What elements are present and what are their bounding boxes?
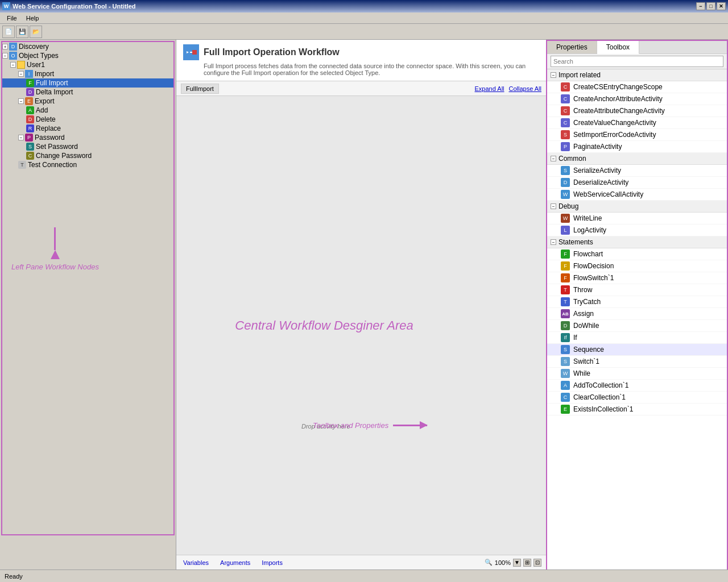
toolbox-item-createattribute[interactable]: C CreateAttributeChangeActivity: [547, 105, 727, 117]
tree-item-delta-import[interactable]: D Delta Import: [2, 88, 173, 97]
toolbox-item-createvalue[interactable]: C CreateValueChangeActivity: [547, 117, 727, 129]
change-password-label: Change Password: [36, 152, 92, 160]
toolbox-item-assign[interactable]: AB Assign: [547, 308, 727, 320]
toolbox-item-while[interactable]: W While: [547, 368, 727, 380]
tree-item-replace[interactable]: R Replace: [2, 124, 173, 133]
tree-item-import[interactable]: − I Import: [2, 69, 173, 78]
right-pane-tabs: Properties Toolbox: [547, 41, 727, 54]
app-title: Web Service Configuration Tool - Untitle…: [13, 3, 136, 10]
toolbox-item-throw[interactable]: T Throw: [547, 284, 727, 296]
minimize-button[interactable]: −: [696, 2, 705, 10]
switch-icon: S: [561, 357, 570, 366]
expand-icon-object-types[interactable]: −: [2, 53, 8, 59]
designer-canvas: Central Workflow Desginer Area Drop acti…: [176, 96, 546, 555]
group-import-related[interactable]: − Import related: [547, 69, 727, 81]
tree-item-discovery[interactable]: + D Discovery: [2, 42, 173, 51]
toolbox-item-setimporterror[interactable]: S SetImportErrorCodeActivity: [547, 129, 727, 141]
tree-item-full-import[interactable]: F Full Import: [2, 78, 173, 88]
menu-file[interactable]: File: [2, 14, 22, 23]
maximize-button[interactable]: □: [706, 2, 715, 10]
toolbox-item-writeline[interactable]: W WriteLine: [547, 213, 727, 225]
toolbox-item-trycatch[interactable]: T TryCatch: [547, 296, 727, 308]
zoom-expand[interactable]: ⊡: [533, 559, 541, 567]
tree-item-export[interactable]: − E Export: [2, 97, 173, 106]
imports-tab[interactable]: Imports: [259, 558, 285, 567]
group-common[interactable]: − Common: [547, 153, 727, 165]
toolbox-item-webservice[interactable]: W WebServiceCallActivity: [547, 189, 727, 201]
menu-help[interactable]: Help: [22, 14, 44, 23]
toolbox-item-if[interactable]: If If: [547, 332, 727, 344]
group-debug[interactable]: − Debug: [547, 201, 727, 213]
search-input[interactable]: [551, 56, 723, 67]
arguments-tab[interactable]: Arguments: [218, 558, 253, 567]
toolbox-item-deserialize[interactable]: D DeserializeActivity: [547, 177, 727, 189]
toolbox-item-clearcollection[interactable]: C ClearCollection`1: [547, 392, 727, 404]
expand-icon-export[interactable]: −: [18, 98, 24, 104]
flowchart-icon: F: [561, 250, 570, 259]
close-button[interactable]: ✕: [717, 2, 726, 10]
variables-tab[interactable]: Variables: [181, 558, 211, 567]
expand-icon-import[interactable]: −: [18, 71, 24, 77]
tree-item-change-password[interactable]: C Change Password: [2, 151, 173, 160]
tree-item-object-types[interactable]: − O Object Types: [2, 51, 173, 60]
zoom-fit[interactable]: ⊞: [523, 559, 531, 567]
toolbox-item-flowswitch[interactable]: F FlowSwitch`1: [547, 272, 727, 284]
designer-tab-fullimport[interactable]: FullImport: [181, 84, 219, 94]
expand-icon-user1[interactable]: −: [10, 62, 16, 68]
toolbox-item-logactivity[interactable]: L LogActivity: [547, 225, 727, 236]
group-statements[interactable]: − Statements: [547, 236, 727, 248]
user1-label: User1: [27, 61, 45, 69]
tree-item-set-password[interactable]: S Set Password: [2, 142, 173, 151]
toolbox-item-flowchart[interactable]: F Flowchart: [547, 248, 727, 260]
toolbox-item-serialize[interactable]: S SerializeActivity: [547, 165, 727, 177]
status-text: Ready: [5, 573, 23, 580]
toolbox-item-dowhile[interactable]: D DoWhile: [547, 320, 727, 332]
tree-item-delete[interactable]: D Delete: [2, 115, 173, 124]
toolbox-item-paginate[interactable]: P PaginateActivity: [547, 141, 727, 153]
zoom-dropdown[interactable]: ▼: [513, 559, 521, 567]
tree-item-test-connection[interactable]: T Test Connection: [2, 160, 173, 169]
toolbox-annotation: Toolbox and Properties: [313, 421, 427, 430]
right-pane: Properties Toolbox − Import related C Cr…: [546, 40, 728, 569]
toolbar-btn-3[interactable]: 📂: [30, 26, 42, 38]
expand-icon-discovery[interactable]: +: [2, 44, 8, 49]
while-label: While: [573, 369, 590, 377]
tree-item-add[interactable]: A Add: [2, 106, 173, 115]
left-pane-annotation: Left Pane Workflow Nodes: [11, 227, 99, 271]
expand-all-button[interactable]: Expand All: [475, 85, 504, 92]
collapse-all-button[interactable]: Collapse All: [509, 85, 541, 92]
deserialize-label: DeserializeActivity: [573, 178, 628, 186]
workflow-title: Full Import Operation Workflow: [204, 47, 340, 57]
toolbar-btn-1[interactable]: 📄: [2, 26, 15, 38]
toolbox-item-switch[interactable]: S Switch`1: [547, 356, 727, 368]
toolbox-item-flowdecision[interactable]: F FlowDecision: [547, 260, 727, 272]
add-label: Add: [36, 106, 48, 114]
expand-icon-password[interactable]: −: [18, 135, 24, 140]
discovery-icon: D: [9, 43, 17, 51]
tab-toolbox[interactable]: Toolbox: [597, 41, 639, 54]
tree-item-password[interactable]: − P Password: [2, 133, 173, 142]
toolbox-item-addtocollection[interactable]: A AddToCollection`1: [547, 380, 727, 392]
toolbox-item-existsincollection[interactable]: E ExistsInCollection`1: [547, 404, 727, 415]
password-label: Password: [35, 134, 65, 142]
password-icon: P: [25, 134, 33, 142]
test-connection-icon: T: [18, 161, 26, 169]
replace-icon: R: [26, 124, 34, 132]
full-import-label: Full Import: [36, 79, 68, 87]
assign-icon: AB: [561, 309, 570, 318]
delta-import-icon: D: [26, 88, 34, 96]
change-password-icon: C: [26, 152, 34, 160]
toolbox-item-createcsentry[interactable]: C CreateCSEntryChangeScope: [547, 81, 727, 93]
expand-icon-debug: −: [551, 203, 556, 209]
toolbar: 📄 💾 📂: [0, 24, 728, 40]
workflow-description: Full Import process fetches data from th…: [204, 63, 539, 76]
toolbox-item-createanchor[interactable]: C CreateAnchorAttributeActivity: [547, 93, 727, 105]
serialize-icon: S: [561, 166, 570, 175]
toolbar-btn-2[interactable]: 💾: [16, 26, 28, 38]
addtocollection-label: AddToCollection`1: [573, 381, 628, 389]
paginate-icon: P: [561, 142, 570, 151]
toolbox-item-sequence[interactable]: S Sequence: [547, 344, 727, 356]
tab-properties[interactable]: Properties: [547, 41, 597, 53]
tree-item-user1[interactable]: − User1: [2, 60, 173, 69]
set-password-icon: S: [26, 143, 34, 151]
